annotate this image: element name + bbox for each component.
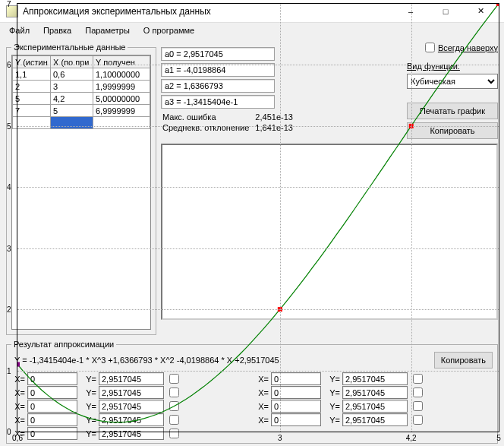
data-marker xyxy=(17,362,20,367)
x-tick-label: 0,6 xyxy=(12,434,23,442)
y-tick-label: 2 xyxy=(7,305,11,314)
chart-plot-area: 012345670,634,25 xyxy=(17,3,499,432)
y-tick-label: 3 xyxy=(7,244,11,252)
chart-svg xyxy=(17,4,499,432)
y-tick-label: 6 xyxy=(7,61,11,69)
x-tick-label: 3 xyxy=(278,434,282,442)
y-tick-label: 4 xyxy=(7,183,11,191)
x-tick-label: 4,2 xyxy=(406,434,417,442)
fit-curve xyxy=(17,4,499,422)
y-tick-label: 7 xyxy=(7,0,11,8)
y-tick-label: 1 xyxy=(7,366,11,375)
x-tick-label: 5 xyxy=(496,434,501,442)
y-tick-label: 5 xyxy=(7,122,11,130)
data-marker xyxy=(496,4,499,6)
chart-panel[interactable]: 012345670,634,25 xyxy=(161,144,498,320)
y-tick-label: 0 xyxy=(7,428,11,436)
